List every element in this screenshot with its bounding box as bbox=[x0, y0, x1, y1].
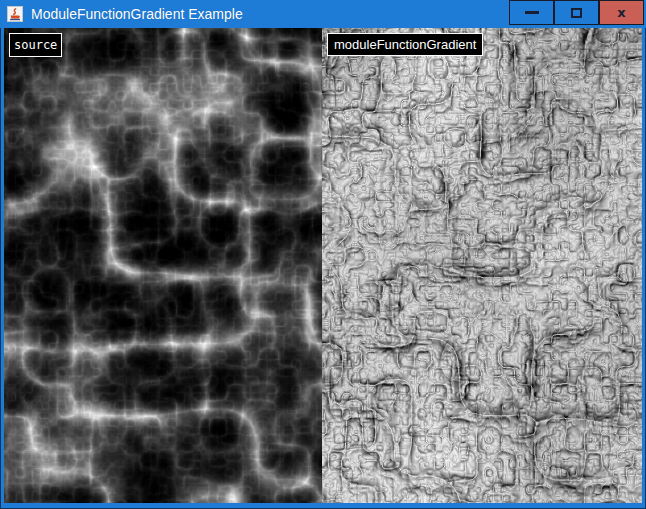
module-function-gradient-image bbox=[322, 28, 642, 503]
app-window: ModuleFunctionGradient Example x source … bbox=[0, 0, 646, 509]
window-title: ModuleFunctionGradient Example bbox=[31, 6, 243, 22]
gradient-image-panel: moduleFunctionGradient bbox=[322, 28, 642, 503]
maximize-icon bbox=[571, 8, 582, 18]
content-area: source moduleFunctionGradient bbox=[4, 28, 642, 503]
source-image-panel: source bbox=[4, 28, 322, 503]
module-function-gradient-label: moduleFunctionGradient bbox=[327, 33, 483, 56]
titlebar[interactable]: ModuleFunctionGradient Example x bbox=[0, 0, 646, 28]
window-bottom-border bbox=[0, 503, 646, 509]
minimize-button[interactable] bbox=[509, 0, 554, 25]
minimize-icon bbox=[525, 11, 539, 14]
window-controls: x bbox=[509, 0, 644, 25]
close-button[interactable]: x bbox=[599, 0, 644, 25]
close-icon: x bbox=[617, 6, 625, 19]
maximize-button[interactable] bbox=[554, 0, 599, 25]
source-image bbox=[4, 28, 322, 503]
java-coffee-cup-icon bbox=[7, 6, 23, 22]
source-label: source bbox=[9, 33, 62, 57]
